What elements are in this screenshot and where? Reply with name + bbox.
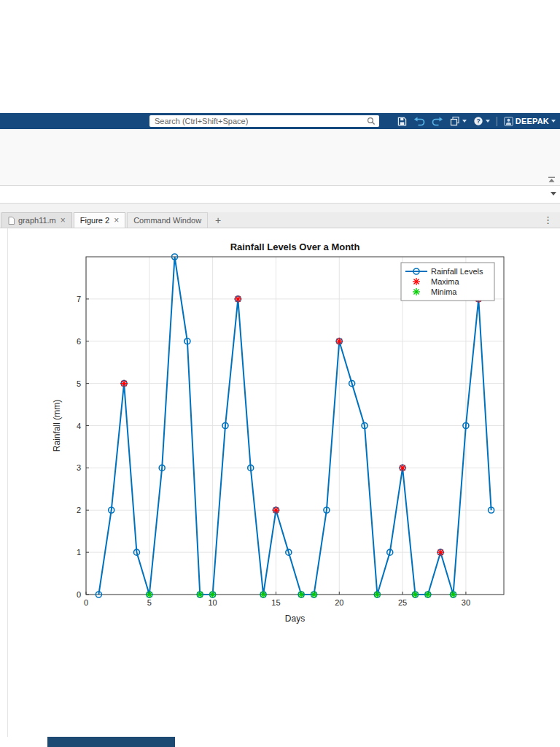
- svg-text:1: 1: [77, 548, 81, 557]
- secondary-strip: [0, 186, 560, 204]
- svg-text:15: 15: [271, 598, 280, 607]
- svg-text:Maxima: Maxima: [431, 277, 459, 286]
- rainfall-chart: 05101520253001234567Rainfall Levels Over…: [7, 233, 553, 642]
- undo-button[interactable]: [413, 117, 425, 126]
- svg-text:Minima: Minima: [431, 287, 457, 296]
- toolbar-actions: ? DEEPAK: [397, 113, 556, 129]
- svg-text:Rainfall (mm): Rainfall (mm): [52, 400, 62, 452]
- svg-text:Rainfall Levels Over a Month: Rainfall Levels Over a Month: [230, 241, 360, 252]
- search-box[interactable]: [149, 115, 379, 127]
- chevron-down-icon: [551, 120, 556, 123]
- help-menu-button[interactable]: ?: [473, 116, 490, 126]
- chevron-down-icon: [486, 120, 490, 123]
- tab-graph11[interactable]: graph11.m ×: [1, 212, 72, 228]
- chevron-down-icon[interactable]: [551, 192, 556, 196]
- svg-text:2: 2: [77, 506, 81, 514]
- layout-menu-button[interactable]: [450, 116, 467, 126]
- svg-text:7: 7: [77, 295, 81, 303]
- svg-text:0: 0: [84, 598, 88, 607]
- document-tab-bar: graph11.m × Figure 2 × Command Window + …: [0, 212, 560, 228]
- tab-spacer: [0, 204, 560, 212]
- chevron-up-icon: [548, 177, 556, 183]
- svg-text:Rainfall Levels: Rainfall Levels: [431, 267, 483, 276]
- user-menu-button[interactable]: DEEPAK: [504, 117, 556, 126]
- redo-button[interactable]: [432, 117, 443, 126]
- svg-text:5: 5: [147, 598, 152, 607]
- svg-text:0: 0: [77, 590, 81, 599]
- figure-chart: 05101520253001234567Rainfall Levels Over…: [7, 233, 553, 642]
- undo-icon: [413, 117, 425, 126]
- svg-text:?: ?: [476, 117, 480, 125]
- close-tab-icon[interactable]: ×: [60, 216, 66, 225]
- svg-text:6: 6: [77, 337, 81, 346]
- svg-text:3: 3: [77, 463, 81, 472]
- tab-label: Command Window: [133, 216, 201, 225]
- help-icon: ?: [473, 116, 483, 126]
- collapse-toolstrip-button[interactable]: [548, 177, 556, 183]
- search-icon[interactable]: [367, 117, 376, 125]
- svg-text:30: 30: [462, 598, 470, 607]
- svg-text:4: 4: [77, 422, 81, 430]
- toolbar-divider: [497, 117, 497, 126]
- svg-text:25: 25: [398, 598, 407, 607]
- bottom-bar-fragment: [47, 737, 175, 747]
- search-input[interactable]: [149, 117, 367, 125]
- svg-text:10: 10: [209, 598, 217, 607]
- redo-icon: [432, 117, 443, 126]
- page: { "toolbar": { "search_placeholder": "Se…: [0, 0, 560, 747]
- username-label: DEEPAK: [516, 117, 549, 125]
- tab-label: graph11.m: [18, 216, 56, 225]
- tab-overflow-button[interactable]: ⋮: [536, 212, 560, 228]
- save-icon: [397, 117, 407, 126]
- close-tab-icon[interactable]: ×: [113, 216, 119, 225]
- tab-command-window[interactable]: Command Window: [127, 212, 208, 228]
- tab-figure2[interactable]: Figure 2 ×: [74, 212, 125, 228]
- user-icon: [504, 117, 513, 126]
- file-icon: [8, 217, 15, 225]
- svg-text:5: 5: [77, 379, 81, 388]
- save-button[interactable]: [397, 117, 407, 126]
- svg-text:Days: Days: [285, 614, 305, 624]
- tab-label: Figure 2: [80, 216, 109, 225]
- chevron-down-icon: [462, 120, 467, 123]
- new-tab-button[interactable]: +: [208, 212, 228, 228]
- svg-text:20: 20: [335, 598, 343, 607]
- toolstrip-panel: [0, 129, 560, 186]
- copy-icon: [450, 116, 460, 126]
